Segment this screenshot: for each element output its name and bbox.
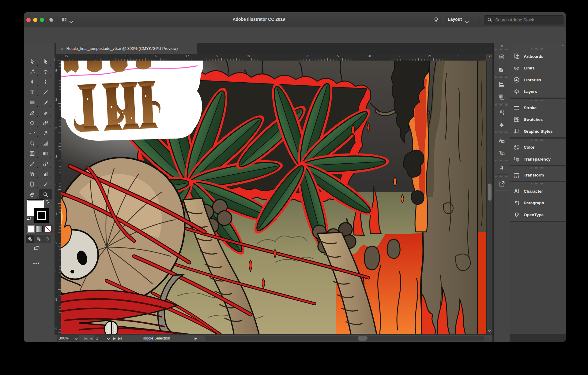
- search-adobe-stock-box[interactable]: [484, 15, 564, 24]
- scroll-down-icon[interactable]: [488, 327, 491, 333]
- vertical-ruler[interactable]: 5253545556: [55, 61, 61, 334]
- collapse-dock-button[interactable]: «: [510, 43, 566, 47]
- last-artboard-icon[interactable]: ▶|: [118, 336, 122, 340]
- panel-item-swatches[interactable]: Swatches: [510, 114, 566, 126]
- panel-item-artboards[interactable]: Artboards: [510, 50, 566, 62]
- tool-perspective-grid[interactable]: [39, 138, 52, 148]
- vertical-scrollbar[interactable]: [486, 61, 493, 334]
- tool-pen[interactable]: [26, 77, 39, 87]
- tool-magic-wand[interactable]: [26, 67, 39, 77]
- tool-line-segment[interactable]: [39, 87, 52, 97]
- panel-item-opentype[interactable]: OOpenType: [510, 209, 566, 221]
- tool-type[interactable]: T: [26, 87, 39, 97]
- panel-icon-character-styles[interactable]: A: [494, 134, 510, 147]
- next-artboard-icon[interactable]: ▶: [113, 336, 116, 340]
- panel-drag-handle[interactable]: [510, 99, 566, 102]
- document-canvas[interactable]: [61, 61, 486, 334]
- panel-icon-glyphs[interactable]: A: [494, 162, 510, 174]
- scroll-left-icon[interactable]: ‹: [200, 336, 201, 340]
- tool-column-graph[interactable]: [39, 169, 52, 179]
- panel-item-layers[interactable]: Layers: [510, 86, 566, 98]
- panel-item-graphic-styles[interactable]: Graphic Styles: [510, 125, 566, 137]
- tool-slice[interactable]: [39, 179, 52, 189]
- layout-menu[interactable]: Layout: [448, 17, 462, 22]
- close-window-button[interactable]: [26, 18, 31, 22]
- swap-fill-stroke-icon[interactable]: [44, 199, 50, 205]
- panel-icon-brushes[interactable]: [494, 106, 510, 119]
- tool-blend[interactable]: [39, 159, 52, 169]
- panel-icon-pathfinder[interactable]: [494, 91, 510, 103]
- panel-item-transform[interactable]: Transform: [510, 169, 566, 181]
- color-button[interactable]: [28, 226, 34, 232]
- panel-item-libraries[interactable]: Libraries: [510, 74, 566, 86]
- artboard-number-field[interactable]: 1: [94, 335, 111, 341]
- panel-drag-handle[interactable]: [510, 47, 566, 50]
- panel-drag-handle[interactable]: [510, 139, 566, 142]
- draw-behind-button[interactable]: [34, 235, 43, 243]
- panel-item-character[interactable]: ACharacter: [510, 185, 566, 197]
- workspace-grid-icon[interactable]: [61, 17, 67, 23]
- panel-drag-handle[interactable]: [494, 175, 510, 178]
- chevron-down-icon[interactable]: [70, 18, 73, 24]
- panel-icon-export[interactable]: [494, 178, 510, 190]
- document-tab[interactable]: × Rotulo_final_tempestade_v5.ai @ 300% (…: [56, 43, 197, 54]
- chevron-down-icon[interactable]: [466, 18, 468, 24]
- minimize-window-button[interactable]: [33, 18, 37, 22]
- tool-width[interactable]: [26, 128, 39, 138]
- zoom-window-button[interactable]: [40, 18, 44, 22]
- stroke-proxy-swatch[interactable]: [34, 208, 49, 223]
- draw-inside-button[interactable]: [43, 235, 51, 243]
- status-display[interactable]: Toggle Selection: [126, 336, 187, 340]
- none-button[interactable]: [45, 226, 51, 232]
- panel-icon-selection-panel[interactable]: [494, 51, 510, 63]
- panel-drag-handle[interactable]: [494, 159, 510, 162]
- collapse-strip-button[interactable]: «: [494, 43, 510, 48]
- default-fill-stroke-icon[interactable]: [26, 216, 32, 222]
- vertical-scrollbar-thumb[interactable]: [488, 184, 492, 201]
- panel-drag-handle[interactable]: [510, 166, 566, 169]
- tool-lasso[interactable]: [39, 67, 52, 77]
- tool-rotate[interactable]: [26, 118, 39, 128]
- tool-hand[interactable]: [26, 189, 39, 199]
- close-tab-icon[interactable]: ×: [61, 46, 63, 51]
- status-menu-icon[interactable]: ▶: [195, 336, 197, 340]
- panel-drag-handle[interactable]: [494, 76, 510, 79]
- home-icon[interactable]: [48, 17, 54, 23]
- panel-icon-paragraph-styles[interactable]: ¶: [494, 147, 510, 159]
- tool-shape-builder[interactable]: [26, 138, 39, 148]
- panel-icon-align[interactable]: [494, 79, 510, 91]
- panel-item-links[interactable]: Links: [510, 62, 566, 74]
- tool-eraser[interactable]: [39, 108, 52, 118]
- horizontal-scrollbar-thumb[interactable]: [358, 336, 368, 341]
- panel-drag-handle[interactable]: [510, 182, 566, 185]
- scroll-right-icon[interactable]: ›: [488, 336, 489, 340]
- panel-item-transparency[interactable]: Transparency: [510, 153, 566, 165]
- first-artboard-icon[interactable]: |◀: [84, 336, 87, 340]
- edit-toolbar-ellipsis[interactable]: •••: [33, 261, 40, 266]
- horizontal-scrollbar[interactable]: [205, 336, 485, 341]
- draw-normal-button[interactable]: [26, 235, 34, 243]
- search-input[interactable]: [495, 17, 557, 23]
- tool-curvature[interactable]: [39, 77, 52, 87]
- panel-item-stroke[interactable]: Stroke: [510, 102, 566, 114]
- lightbulb-icon[interactable]: [433, 17, 439, 23]
- panel-icon-symbols[interactable]: ♣: [494, 119, 510, 131]
- tool-scale[interactable]: [39, 118, 52, 128]
- panel-drag-handle[interactable]: [494, 131, 510, 134]
- gradient-button[interactable]: [36, 226, 43, 232]
- tool-symbol-sprayer[interactable]: [26, 169, 39, 179]
- previous-artboard-icon[interactable]: ◀: [90, 336, 92, 340]
- tool-shaper[interactable]: [26, 108, 39, 118]
- panel-icon-gradient-panel[interactable]: [494, 63, 510, 75]
- tool-eyedropper[interactable]: [26, 159, 39, 169]
- tool-puppet-warp[interactable]: [39, 128, 52, 138]
- tool-rectangle[interactable]: [26, 98, 39, 108]
- screen-mode-icon[interactable]: [34, 245, 40, 251]
- panel-item-paragraph[interactable]: ¶Paragraph: [510, 197, 566, 209]
- tool-artboard[interactable]: [26, 179, 39, 189]
- tool-direct-selection[interactable]: [39, 57, 52, 67]
- tool-mesh[interactable]: [26, 149, 39, 159]
- tool-gradient[interactable]: [39, 149, 52, 159]
- tool-paintbrush[interactable]: [39, 98, 52, 108]
- zoom-level-field[interactable]: 300%: [57, 335, 79, 341]
